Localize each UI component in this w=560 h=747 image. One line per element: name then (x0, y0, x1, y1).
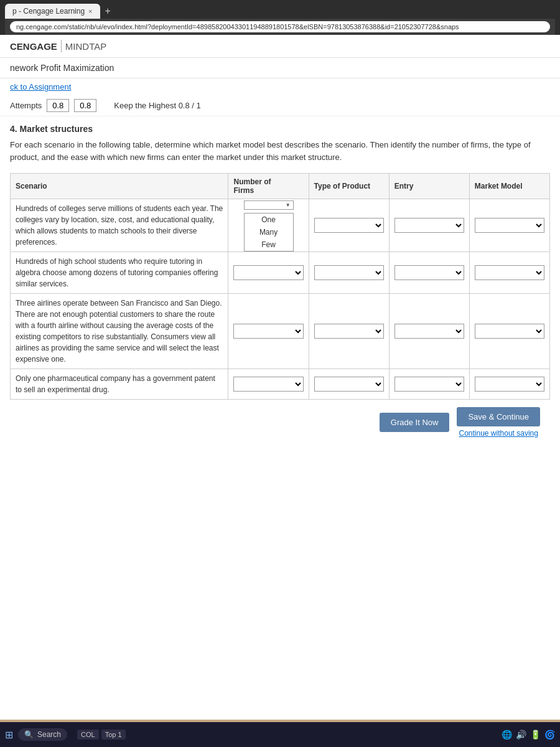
taskbar-system-icons: 🌐 🔊 🔋 🌀 (502, 730, 555, 740)
table-row: Only one pharmaceutical company has a go… (11, 369, 550, 400)
entry-dropdown-4[interactable]: Easy Restricted Blocked (394, 377, 464, 392)
firms-dropdown-trigger-1[interactable]: ▼ (244, 200, 294, 210)
network-icon[interactable]: 🌐 (502, 730, 512, 740)
tab-close-button[interactable]: × (88, 7, 92, 15)
attempt-value-2: 0.8 (74, 99, 96, 112)
taskbar: ⊞ 🔍 Search COL Top 1 🌐 🔊 🔋 🌀 (0, 722, 560, 747)
taskbar-app-top1[interactable]: Top 1 (101, 730, 126, 740)
firms-option-one[interactable]: One (245, 214, 293, 226)
firms-dropdown-4[interactable]: One Many Few (233, 377, 303, 392)
battery-icon[interactable]: 🔋 (530, 730, 541, 740)
entry-dropdown-2[interactable]: Easy Restricted Blocked (394, 265, 464, 280)
product-dropdown-cell-1[interactable]: Differentiated Homogeneous Identical (309, 199, 389, 252)
save-continue-button[interactable]: Save & Continue (457, 407, 540, 426)
product-dropdown-2[interactable]: Differentiated Homogeneous Identical (314, 265, 384, 280)
model-dropdown-1[interactable]: Monopoly Oligopoly Monopolistic Competit… (475, 218, 544, 233)
product-dropdown-cell-3[interactable]: Differentiated Homogeneous Identical (309, 294, 389, 369)
page-title-bar: nework Profit Maximization (0, 58, 560, 78)
windows-icon[interactable]: ⊞ (5, 729, 13, 741)
firms-dropdown-list-1: One Many Few (244, 213, 294, 251)
attempts-label: Attempts (10, 101, 42, 110)
attempts-bar: Attempts 0.8 0.8 Keep the Highest 0.8 / … (0, 95, 560, 116)
firms-dropdown-cell-4[interactable]: One Many Few (228, 369, 309, 400)
actions-row: Grade It Now Save & Continue Continue wi… (10, 400, 550, 445)
save-area: Save & Continue Continue without saving (457, 407, 540, 438)
firms-dropdown-cell-2[interactable]: One Many Few (228, 252, 309, 294)
model-dropdown-cell-3[interactable]: Monopoly Oligopoly Monopolistic Competit… (469, 294, 549, 369)
continue-without-saving-button[interactable]: Continue without saving (459, 429, 538, 438)
tab-label: p - Cengage Learning (12, 7, 85, 16)
firms-dropdown-2[interactable]: One Many Few (233, 265, 303, 280)
scenario-cell-1: Hundreds of colleges serve millions of s… (11, 199, 228, 252)
back-link[interactable]: ck to Assignment (0, 78, 81, 95)
cengage-logo: CENGAGE (10, 41, 57, 52)
entry-dropdown-cell-2[interactable]: Easy Restricted Blocked (389, 252, 469, 294)
header-entry: Entry (389, 174, 469, 199)
header-scenario: Scenario (11, 174, 228, 199)
page-content: CENGAGE MINDTAP nework Profit Maximizati… (0, 35, 560, 720)
header-divider (61, 40, 62, 52)
scenario-cell-4: Only one pharmaceutical company has a go… (11, 369, 228, 400)
table-row: Three airlines operate between San Franc… (11, 294, 550, 369)
sound-icon[interactable]: 🔊 (516, 730, 526, 740)
model-dropdown-cell-2[interactable]: Monopoly Oligopoly Monopolistic Competit… (469, 252, 549, 294)
entry-dropdown-cell-3[interactable]: Easy Restricted Blocked (389, 294, 469, 369)
taskbar-right: 🌐 🔊 🔋 🌀 (502, 730, 555, 740)
model-dropdown-cell-1[interactable]: Monopoly Oligopoly Monopolistic Competit… (469, 199, 549, 252)
entry-dropdown-1[interactable]: Easy Restricted Blocked (394, 218, 464, 233)
firms-option-few[interactable]: Few (245, 238, 293, 251)
market-table: Scenario Number ofFirms Type of Product … (10, 173, 550, 400)
firms-option-many[interactable]: Many (245, 226, 293, 238)
model-dropdown-cell-4[interactable]: Monopoly Oligopoly Monopolistic Competit… (469, 369, 549, 400)
taskbar-app-col[interactable]: COL (77, 730, 99, 740)
browser-chrome: p - Cengage Learning × + ng.cengage.com/… (0, 0, 560, 35)
cengage-header: CENGAGE MINDTAP (0, 35, 560, 58)
header-product: Type of Product (309, 174, 389, 199)
search-label: Search (37, 730, 61, 739)
taskbar-search[interactable]: 🔍 Search (18, 728, 67, 741)
firms-dropdown-3[interactable]: One Many Few (233, 324, 303, 339)
active-tab[interactable]: p - Cengage Learning × (5, 4, 100, 19)
page-title: nework Profit Maximization (10, 63, 114, 73)
address-bar: ng.cengage.com/static/nb/ui/evo/index.ht… (5, 19, 555, 35)
question-number: 4. Market structures (10, 124, 550, 134)
product-dropdown-4[interactable]: Differentiated Homogeneous Identical (314, 377, 384, 392)
scenario-cell-3: Three airlines operate between San Franc… (11, 294, 228, 369)
taskbar-apps: COL Top 1 (77, 730, 126, 740)
keep-highest-label: Keep the Highest 0.8 / 1 (114, 101, 200, 110)
taskbar-start: ⊞ (5, 729, 13, 741)
product-dropdown-3[interactable]: Differentiated Homogeneous Identical (314, 324, 384, 339)
model-dropdown-3[interactable]: Monopoly Oligopoly Monopolistic Competit… (475, 324, 544, 339)
new-tab-button[interactable]: + (103, 6, 113, 17)
model-dropdown-2[interactable]: Monopoly Oligopoly Monopolistic Competit… (475, 265, 544, 280)
search-icon: 🔍 (24, 730, 34, 739)
table-row: Hundreds of colleges serve millions of s… (11, 199, 550, 252)
entry-dropdown-3[interactable]: Easy Restricted Blocked (394, 324, 464, 339)
firms-dropdown-cell-3[interactable]: One Many Few (228, 294, 309, 369)
product-dropdown-cell-2[interactable]: Differentiated Homogeneous Identical (309, 252, 389, 294)
table-row: Hundreds of high school students who req… (11, 252, 550, 294)
scenario-cell-2: Hundreds of high school students who req… (11, 252, 228, 294)
header-firms: Number ofFirms (228, 174, 309, 199)
model-dropdown-4[interactable]: Monopoly Oligopoly Monopolistic Competit… (475, 377, 544, 392)
url-input[interactable]: ng.cengage.com/static/nb/ui/evo/index.ht… (10, 21, 550, 32)
header-model: Market Model (469, 174, 549, 199)
question-section: 4. Market structures For each scenario i… (0, 116, 560, 453)
table-header-row: Scenario Number ofFirms Type of Product … (11, 174, 550, 199)
question-text: For each scenario in the following table… (10, 139, 550, 163)
tab-bar: p - Cengage Learning × + (5, 4, 555, 19)
entry-dropdown-cell-4[interactable]: Easy Restricted Blocked (389, 369, 469, 400)
product-dropdown-1[interactable]: Differentiated Homogeneous Identical (314, 218, 384, 233)
product-dropdown-cell-4[interactable]: Differentiated Homogeneous Identical (309, 369, 389, 400)
grade-button[interactable]: Grade It Now (380, 413, 450, 432)
mindtap-logo: MINDTAP (65, 41, 106, 52)
attempt-value-1: 0.8 (47, 99, 69, 112)
entry-dropdown-cell-1[interactable]: Easy Restricted Blocked (389, 199, 469, 252)
edge-icon[interactable]: 🌀 (544, 730, 555, 740)
firms-dropdown-cell-1[interactable]: ▼ One Many Few (228, 199, 309, 252)
